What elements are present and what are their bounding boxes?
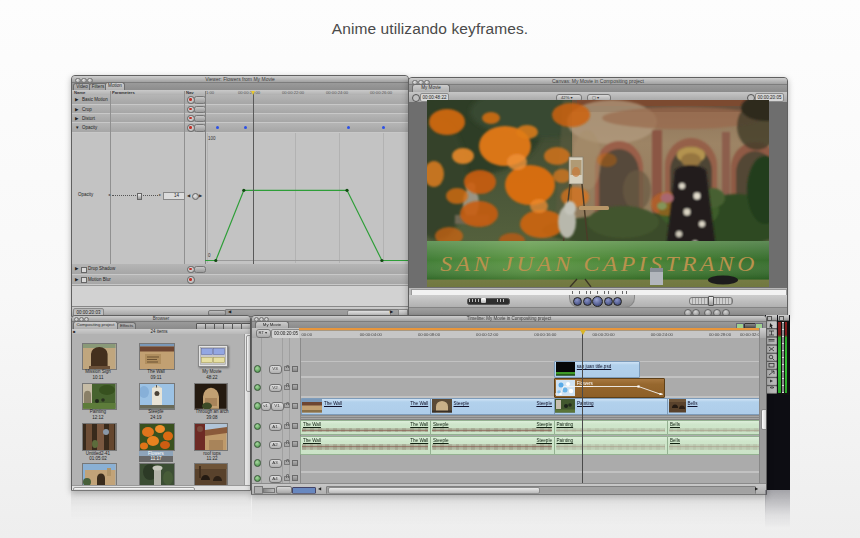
svg-text:0: 0 [208,253,211,258]
svg-text:SAN JUAN CAPISTRANO: SAN JUAN CAPISTRANO [440,251,758,275]
svg-text:100: 100 [208,136,216,141]
